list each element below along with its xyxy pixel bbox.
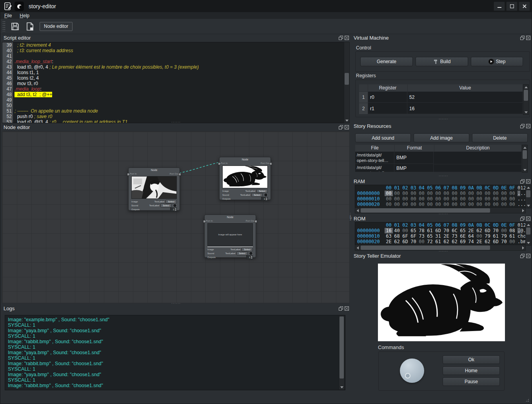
hex-byte-cell[interactable]: 00 <box>483 202 492 207</box>
hex-byte-cell[interactable]: 64 <box>467 233 475 239</box>
hex-byte-cell[interactable]: 00 <box>434 202 442 207</box>
select-image-button[interactable]: Select <box>165 200 177 204</box>
hex-byte-cell[interactable]: 00 <box>500 191 508 196</box>
hex-byte-cell[interactable]: 6E <box>459 233 467 239</box>
hex-byte-cell[interactable]: 00 <box>426 196 434 202</box>
hex-byte-cell[interactable]: 61 <box>434 239 442 244</box>
media-node-empty[interactable]: Node Port InPort Out Image will appear h… <box>204 215 256 258</box>
hex-byte-cell[interactable]: 00 <box>475 202 483 207</box>
close-button[interactable] <box>519 2 530 11</box>
hex-byte-cell[interactable]: 79 <box>483 233 492 239</box>
hex-byte-cell[interactable]: 00 <box>418 196 426 202</box>
float-panel-icon[interactable] <box>338 35 343 40</box>
select-image-button[interactable]: Select <box>256 189 268 193</box>
hex-byte-cell[interactable]: 00 <box>401 228 409 233</box>
hex-byte-cell[interactable]: 00 <box>385 202 393 207</box>
hex-byte-cell[interactable]: 00 <box>508 239 516 244</box>
hex-byte-cell[interactable]: 6F <box>401 233 409 239</box>
maximize-button[interactable] <box>506 2 517 11</box>
hex-byte-cell[interactable]: 00 <box>459 191 467 196</box>
hex-byte-cell[interactable]: 31 <box>434 233 442 239</box>
hex-byte-cell[interactable]: 00 <box>434 196 442 202</box>
hex-byte-cell[interactable]: 00 <box>475 196 483 202</box>
hex-byte-cell[interactable]: 00 <box>409 191 418 196</box>
hex-byte-cell[interactable]: 70 <box>500 239 508 244</box>
close-panel-icon[interactable] <box>344 125 349 129</box>
resource-row[interactable]: /mnt/data/git/ open-story-tell…BMP <box>355 164 522 173</box>
hex-byte-cell[interactable]: 6D <box>401 239 409 244</box>
hex-byte-cell[interactable]: 00 <box>442 191 450 196</box>
hex-byte-cell[interactable]: 00 <box>508 196 516 202</box>
selection-dial[interactable] <box>400 359 424 383</box>
hex-byte-cell[interactable]: 00 <box>434 191 442 196</box>
hex-byte-cell[interactable]: 00 <box>418 239 426 244</box>
hex-byte-cell[interactable]: 70 <box>492 228 500 233</box>
hex-byte-cell[interactable]: 00 <box>508 202 516 207</box>
hex-byte-cell[interactable]: 00 <box>393 202 401 207</box>
hex-byte-cell[interactable]: 00 <box>442 202 450 207</box>
hex-byte-cell[interactable]: 00 <box>475 233 483 239</box>
port-in-dot[interactable] <box>218 162 221 165</box>
close-panel-icon[interactable] <box>344 306 349 311</box>
hex-byte-cell[interactable]: 00 <box>442 196 450 202</box>
hex-byte-cell[interactable]: 00 <box>450 196 459 202</box>
media-node-rabbit[interactable]: Node Port InPort Out ImageTextLabelSelec… <box>219 157 271 200</box>
hex-byte-cell[interactable]: 00 <box>426 202 434 207</box>
hex-byte-cell[interactable]: 00 <box>418 202 426 207</box>
home-button[interactable]: Home <box>443 366 500 375</box>
hex-byte-cell[interactable]: 00 <box>500 202 508 207</box>
select-sound-button[interactable]: Select <box>236 251 248 255</box>
hex-byte-cell[interactable]: 6C <box>450 228 459 233</box>
generate-button[interactable]: Generate <box>360 57 413 66</box>
hex-byte-cell[interactable]: 00 <box>385 196 393 202</box>
hex-byte-cell[interactable]: 08 <box>508 228 516 233</box>
hex-byte-cell[interactable]: 63 <box>385 233 393 239</box>
close-panel-icon[interactable] <box>526 216 530 221</box>
hex-byte-cell[interactable]: 72 <box>426 239 434 244</box>
play-sound-button[interactable] <box>264 193 268 197</box>
splitter-resources-ram[interactable]: ······ <box>439 175 448 177</box>
hex-byte-cell[interactable]: 00 <box>467 202 475 207</box>
float-panel-icon[interactable] <box>520 253 525 258</box>
rom-hex-view[interactable]: 000102030405060708090A0B0C0D0E0F01200000… <box>355 222 526 246</box>
hex-byte-cell[interactable]: 00 <box>483 191 492 196</box>
hex-byte-cell[interactable]: 00 <box>483 196 492 202</box>
register-row[interactable]: 1r052 <box>359 92 523 103</box>
hex-byte-cell[interactable]: 00 <box>393 191 401 196</box>
hex-byte-cell[interactable]: 70 <box>409 239 418 244</box>
splitter-columns[interactable]: ··róż <box>350 212 351 220</box>
hex-byte-cell[interactable]: 61 <box>426 228 434 233</box>
float-panel-icon[interactable] <box>520 216 525 221</box>
close-panel-icon[interactable] <box>526 179 530 184</box>
minimize-button[interactable] <box>494 2 505 11</box>
step-button[interactable]: Step <box>471 57 523 66</box>
play-sound-button[interactable] <box>249 251 253 255</box>
float-panel-icon[interactable] <box>520 124 525 128</box>
hex-byte-cell[interactable]: 00 <box>500 228 508 233</box>
hex-byte-cell[interactable]: 40 <box>393 228 401 233</box>
logs-vscrollbar[interactable] <box>339 315 345 390</box>
hex-byte-cell[interactable]: 65 <box>459 228 467 233</box>
media-node-yaya[interactable]: Node Port InPort Out ImageTextLabelSelec… <box>128 167 180 211</box>
hex-byte-cell[interactable]: 00 <box>475 191 483 196</box>
build-button[interactable]: Build <box>416 57 468 66</box>
hex-byte-cell[interactable]: 00 <box>459 196 467 202</box>
port-out-dot[interactable] <box>178 173 181 176</box>
hex-byte-cell[interactable]: 62 <box>450 239 459 244</box>
hex-byte-cell[interactable]: 2E <box>475 239 483 244</box>
hex-byte-cell[interactable]: 00 <box>426 191 434 196</box>
hex-byte-cell[interactable]: 62 <box>393 239 401 244</box>
pause-button[interactable]: Pause <box>443 377 500 386</box>
hex-byte-cell[interactable]: 2E <box>385 239 393 244</box>
outputs-spinbox[interactable]: 1 <box>246 255 253 259</box>
hex-byte-cell[interactable]: 00 <box>492 191 500 196</box>
hex-byte-cell[interactable]: 00 <box>459 202 467 207</box>
resize-grip[interactable] <box>525 397 530 402</box>
add-sound-button[interactable]: Add sound <box>355 133 411 142</box>
select-image-button[interactable]: Select <box>241 247 253 251</box>
hex-byte-cell[interactable]: 78 <box>418 228 426 233</box>
hex-byte-cell[interactable]: 6F <box>409 233 418 239</box>
play-sound-button[interactable] <box>173 204 177 207</box>
float-panel-icon[interactable] <box>338 125 343 129</box>
save-icon[interactable] <box>10 21 20 31</box>
